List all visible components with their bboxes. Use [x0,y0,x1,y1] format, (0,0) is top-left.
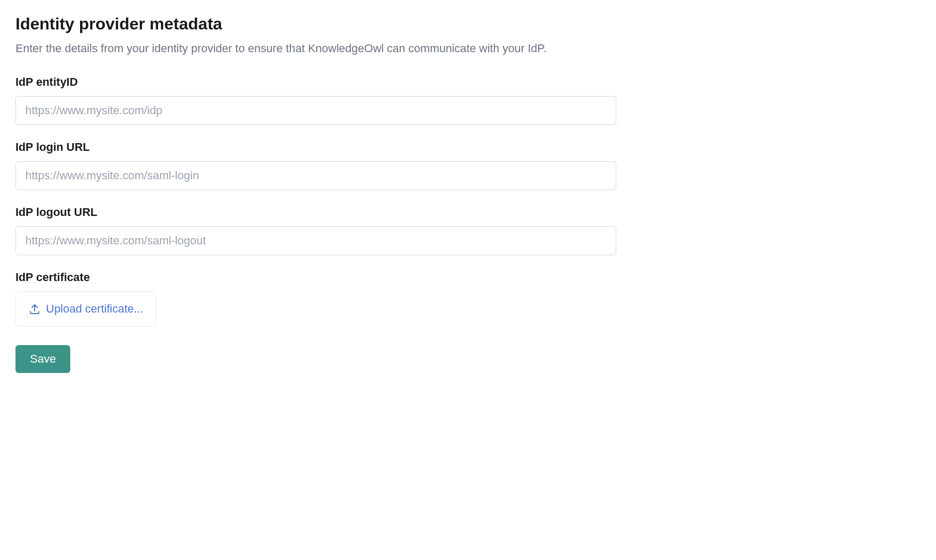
login-url-input[interactable] [15,161,616,190]
section-title: Identity provider metadata [15,14,921,34]
upload-icon [28,303,41,315]
section-description: Enter the details from your identity pro… [15,41,921,57]
form-group-logout-url: IdP logout URL [15,206,921,255]
entity-id-label: IdP entityID [15,75,921,89]
form-group-certificate: IdP certificate Upload certificate... [15,271,921,326]
form-group-entity-id: IdP entityID [15,75,921,125]
entity-id-input[interactable] [15,96,616,125]
upload-certificate-label: Upload certificate... [46,302,143,316]
certificate-label: IdP certificate [15,271,921,284]
form-group-login-url: IdP login URL [15,141,921,190]
upload-certificate-button[interactable]: Upload certificate... [15,291,156,326]
logout-url-label: IdP logout URL [15,206,921,219]
save-button[interactable]: Save [15,345,70,373]
login-url-label: IdP login URL [15,141,921,154]
logout-url-input[interactable] [15,226,616,255]
